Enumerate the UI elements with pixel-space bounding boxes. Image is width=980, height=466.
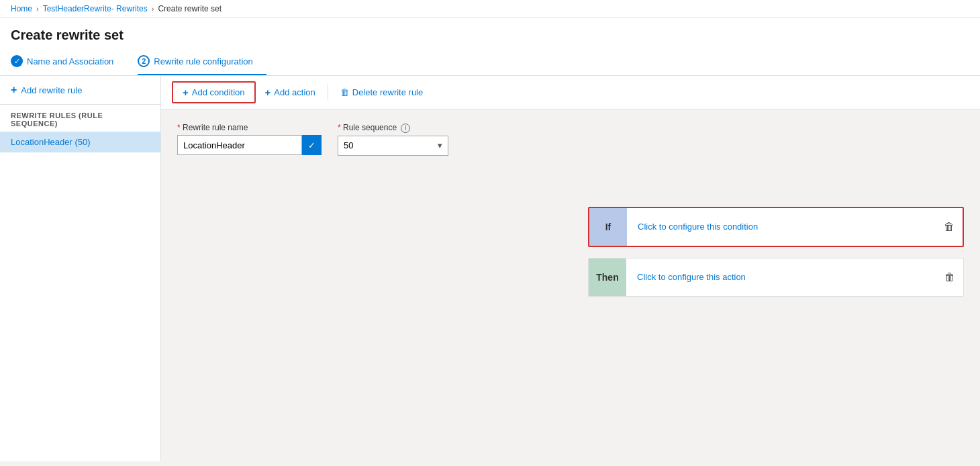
tab-name-association-label: Name and Association [27,56,113,66]
tabs-bar: ✓ Name and Association 2 Rewrite rule co… [0,48,980,76]
rule-name-field: * Rewrite rule name ✓ [177,123,322,155]
rule-sequence-required-star: * [338,123,341,132]
main-layout: + Add rewrite rule REWRITE RULES (RULE S… [0,76,980,461]
sidebar-section-label: REWRITE RULES (RULE SEQUENCE) [0,105,160,132]
delete-rewrite-rule-button[interactable]: 🗑 Delete rewrite rule [331,83,433,101]
rule-name-label-text: Rewrite rule name [183,123,248,132]
add-action-button[interactable]: + Add action [256,83,325,102]
form-row: * Rewrite rule name ✓ * Rule sequence [177,123,964,156]
tab-rewrite-rule-config-label: Rewrite rule configuration [154,56,252,66]
add-condition-label: Add condition [192,87,245,97]
rule-sequence-label-text: Rule sequence [343,123,397,132]
rule-sequence-info-icon[interactable]: i [401,124,410,133]
add-rewrite-rule-button[interactable]: + Add rewrite rule [0,76,160,105]
add-action-plus-icon: + [265,87,271,98]
breadcrumb-current: Create rewrite set [158,4,222,13]
breadcrumb: Home › TestHeaderRewrite- Rewrites › Cre… [0,0,980,18]
action-badge: Then [589,259,626,296]
rule-name-check-button[interactable]: ✓ [302,135,322,155]
tab-rewrite-rule-config[interactable]: 2 Rewrite rule configuration [138,48,266,75]
delete-trash-icon: 🗑 [340,87,349,97]
action-box: Then Click to configure this action 🗑 [588,258,964,297]
action-delete-button[interactable]: 🗑 [936,271,963,283]
sidebar: + Add rewrite rule REWRITE RULES (RULE S… [0,76,161,461]
page-title: Create rewrite set [0,18,980,48]
action-trash-icon: 🗑 [944,271,955,283]
add-action-label: Add action [274,87,315,97]
condition-badge: If [589,208,627,246]
form-area: * Rewrite rule name ✓ * Rule sequence [161,109,980,183]
rule-name-required-star: * [177,123,181,132]
action-text[interactable]: Click to configure this action [626,272,936,282]
rule-sequence-select[interactable]: 50 [338,136,432,155]
rule-sequence-select-row: 50 ▾ [338,136,448,156]
toolbar-separator [328,85,328,101]
sidebar-item-location-header[interactable]: LocationHeader (50) [0,132,160,152]
rule-name-input-row: ✓ [177,135,322,155]
sidebar-item-label: LocationHeader (50) [11,137,91,147]
toolbar: + Add condition + Add action 🗑 Delete re… [161,76,980,109]
breadcrumb-parent[interactable]: TestHeaderRewrite- Rewrites [43,4,148,13]
add-rewrite-rule-label: Add rewrite rule [21,85,82,95]
rule-sequence-label: * Rule sequence i [338,123,448,133]
condition-delete-button[interactable]: 🗑 [936,221,963,233]
add-rewrite-rule-plus-icon: + [11,84,17,96]
add-condition-button[interactable]: + Add condition [172,81,256,103]
rule-name-check-icon: ✓ [308,140,315,150]
content-area: + Add condition + Add action 🗑 Delete re… [161,76,980,461]
rule-sequence-chevron-icon: ▾ [432,140,448,150]
rule-sequence-field: * Rule sequence i 50 ▾ [338,123,448,156]
tab-name-association[interactable]: ✓ Name and Association [11,48,127,75]
condition-trash-icon: 🗑 [944,221,954,232]
condition-action-area: If Click to configure this condition 🗑 T… [161,196,980,308]
condition-text[interactable]: Click to configure this condition [627,222,936,232]
rule-name-input[interactable] [177,135,302,155]
breadcrumb-home[interactable]: Home [11,4,32,13]
rule-name-label: * Rewrite rule name [177,123,322,132]
tab-rewrite-badge: 2 [138,55,150,67]
add-condition-plus-icon: + [183,87,189,98]
condition-box: If Click to configure this condition 🗑 [588,207,964,247]
delete-label: Delete rewrite rule [352,87,424,97]
tab-check-icon: ✓ [11,55,23,67]
